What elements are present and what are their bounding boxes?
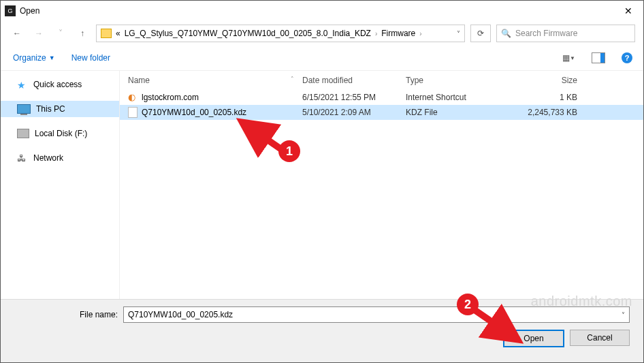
file-type: Internet Shortcut bbox=[406, 93, 496, 102]
title-bar: G Open ✕ bbox=[1, 1, 643, 21]
disk-icon bbox=[17, 129, 29, 138]
file-name: lgstockrom.com bbox=[142, 93, 199, 102]
column-name[interactable]: Name ˄ bbox=[120, 76, 302, 85]
address-dropdown[interactable]: ˅ bbox=[457, 30, 460, 37]
column-type[interactable]: Type bbox=[406, 76, 496, 85]
body: ★ Quick access This PC Local Disk (F:) 🖧… bbox=[1, 71, 643, 299]
pc-icon bbox=[17, 104, 31, 114]
preview-pane-button[interactable] bbox=[592, 52, 605, 63]
breadcrumb-parent[interactable]: LG_Q_Stylus_Q710YMW_Q710YMW10d_00_0205_8… bbox=[125, 29, 371, 38]
cancel-button[interactable]: Cancel bbox=[570, 330, 630, 346]
sidebar-item-label: Network bbox=[33, 153, 63, 163]
sidebar-item-label: This PC bbox=[36, 104, 65, 114]
annotation-marker-2: 2 bbox=[457, 294, 479, 315]
toolbar: Organize ▼ New folder ▦ ▼ ? bbox=[1, 46, 643, 71]
sidebar-item-label: Local Disk (F:) bbox=[35, 129, 87, 138]
sidebar-item-this-pc[interactable]: This PC bbox=[1, 101, 119, 117]
file-date: 6/15/2021 12:55 PM bbox=[302, 93, 406, 102]
annotation-marker-1: 1 bbox=[278, 140, 300, 162]
internet-shortcut-icon: ◐ bbox=[128, 92, 138, 103]
star-icon: ★ bbox=[17, 80, 28, 89]
breadcrumb-current[interactable]: Firmware bbox=[381, 29, 415, 38]
back-button[interactable]: ← bbox=[9, 25, 25, 42]
chevron-down-icon: ▼ bbox=[49, 54, 55, 61]
footer: File name: Q710YMW10d_00_0205.kdz ˅ Open… bbox=[1, 299, 643, 362]
arrow-right-icon: → bbox=[35, 29, 43, 38]
column-date[interactable]: Date modified bbox=[302, 76, 406, 85]
file-name-input[interactable]: Q710YMW10d_00_0205.kdz ˅ bbox=[123, 306, 630, 323]
file-row[interactable]: Q710YMW10d_00_0205.kdz 5/10/2021 2:09 AM… bbox=[120, 105, 643, 120]
open-dialog-window: G Open ✕ ← → ˅ ↑ « LG_Q_Stylus_Q710YMW_Q… bbox=[0, 0, 644, 363]
arrow-left-icon: ← bbox=[13, 29, 21, 38]
file-list-pane: Name ˄ Date modified Type Size ◐ lgstock… bbox=[120, 71, 643, 299]
sort-indicator-icon: ˄ bbox=[291, 76, 294, 82]
file-name-value: Q710YMW10d_00_0205.kdz bbox=[128, 310, 233, 319]
organize-menu[interactable]: Organize ▼ bbox=[13, 53, 55, 63]
chevron-down-icon: ▼ bbox=[570, 55, 575, 61]
forward-button[interactable]: → bbox=[31, 25, 47, 42]
view-icon: ▦ bbox=[562, 53, 568, 63]
search-icon: 🔍 bbox=[501, 29, 511, 38]
breadcrumb: « LG_Q_Stylus_Q710YMW_Q710YMW10d_00_0205… bbox=[116, 29, 453, 38]
column-size[interactable]: Size bbox=[496, 76, 591, 85]
search-input[interactable]: 🔍 Search Firmware bbox=[496, 25, 635, 42]
folder-icon bbox=[101, 29, 112, 38]
window-title: Open bbox=[20, 6, 39, 16]
view-menu[interactable]: ▦ ▼ bbox=[562, 53, 575, 63]
new-folder-button[interactable]: New folder bbox=[71, 53, 110, 63]
up-button[interactable]: ↑ bbox=[74, 25, 91, 42]
sidebar-item-quick-access[interactable]: ★ Quick access bbox=[1, 76, 119, 93]
file-row[interactable]: ◐ lgstockrom.com 6/15/2021 12:55 PM Inte… bbox=[120, 90, 643, 105]
address-bar[interactable]: « LG_Q_Stylus_Q710YMW_Q710YMW10d_00_0205… bbox=[96, 25, 465, 42]
app-icon: G bbox=[5, 5, 16, 16]
file-date: 5/10/2021 2:09 AM bbox=[302, 108, 406, 117]
close-icon: ✕ bbox=[624, 5, 632, 16]
chevron-right-icon[interactable]: › bbox=[419, 30, 421, 37]
file-name: Q710YMW10d_00_0205.kdz bbox=[142, 108, 246, 117]
annotation-arrow-2 bbox=[469, 302, 530, 349]
breadcrumb-prefix: « bbox=[116, 29, 120, 38]
sidebar: ★ Quick access This PC Local Disk (F:) 🖧… bbox=[1, 71, 120, 299]
help-button[interactable]: ? bbox=[622, 52, 632, 63]
address-row: ← → ˅ ↑ « LG_Q_Stylus_Q710YMW_Q710YMW10d… bbox=[1, 21, 643, 46]
file-name-label: File name: bbox=[69, 310, 118, 319]
chevron-right-icon[interactable]: › bbox=[375, 30, 377, 37]
search-placeholder: Search Firmware bbox=[515, 29, 577, 38]
file-name-row: File name: Q710YMW10d_00_0205.kdz ˅ bbox=[69, 306, 630, 323]
column-headers: Name ˄ Date modified Type Size bbox=[120, 71, 643, 90]
file-size: 2,245,733 KB bbox=[496, 108, 591, 117]
arrow-up-icon: ↑ bbox=[80, 29, 84, 38]
svg-line-3 bbox=[474, 310, 518, 340]
button-row: Open Cancel bbox=[69, 330, 630, 347]
close-button[interactable]: ✕ bbox=[615, 1, 642, 21]
file-size: 1 KB bbox=[496, 93, 591, 102]
file-icon bbox=[128, 107, 138, 118]
sidebar-item-label: Quick access bbox=[33, 80, 82, 89]
chevron-down-icon[interactable]: ˅ bbox=[622, 311, 625, 319]
organize-label: Organize bbox=[13, 53, 46, 63]
help-icon: ? bbox=[625, 54, 630, 62]
recent-button[interactable]: ˅ bbox=[52, 25, 69, 42]
network-icon: 🖧 bbox=[17, 153, 28, 163]
sidebar-item-local-disk[interactable]: Local Disk (F:) bbox=[1, 125, 119, 142]
refresh-icon: ⟳ bbox=[477, 29, 484, 38]
file-type: KDZ File bbox=[406, 108, 496, 117]
refresh-button[interactable]: ⟳ bbox=[470, 25, 491, 42]
chevron-down-icon: ˅ bbox=[59, 29, 63, 38]
sidebar-item-network[interactable]: 🖧 Network bbox=[1, 150, 119, 166]
